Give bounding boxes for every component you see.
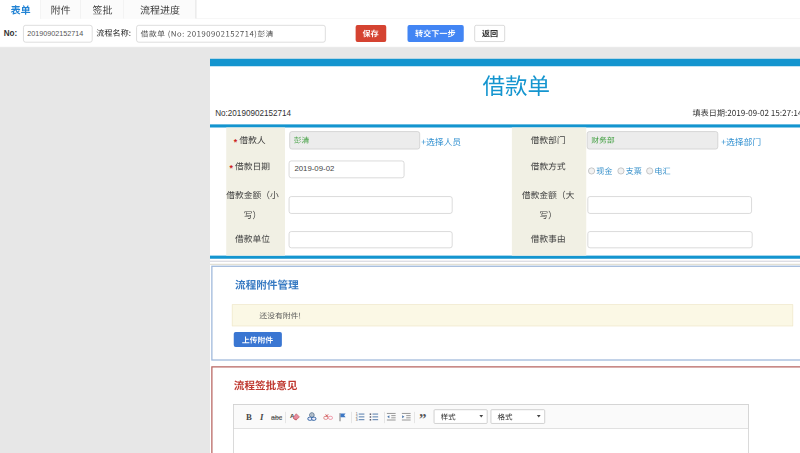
svg-text:3: 3 [355,418,357,422]
